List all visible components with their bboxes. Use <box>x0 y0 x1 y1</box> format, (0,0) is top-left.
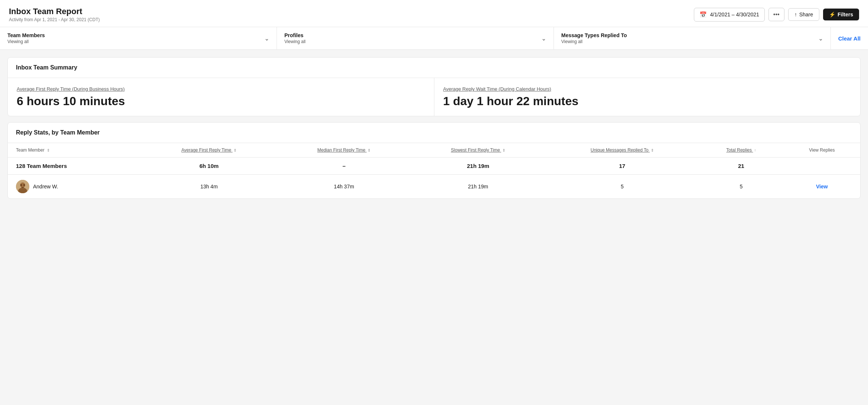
main-content: Inbox Team Summary Average First Reply T… <box>0 50 868 212</box>
more-options-button[interactable]: ••• <box>769 8 784 21</box>
table-body: 128 Team Members 6h 10m – 21h 19m 17 21 <box>8 158 860 199</box>
table-header: Team Member ⇕ Average First Reply Time ⇕… <box>8 143 860 158</box>
calendar-icon: 📅 <box>699 11 707 18</box>
summary-title: Inbox Team Summary <box>16 64 852 71</box>
col-median-first-reply[interactable]: Median First Reply Time ⇕ <box>277 143 410 158</box>
metric-avg-wait-time-value: 1 day 1 hour 22 minutes <box>443 95 852 108</box>
share-icon: ↑ <box>794 12 797 17</box>
member-view-cell: View <box>784 175 860 199</box>
profiles-filter[interactable]: Profiles Viewing all ⌄ <box>277 27 554 49</box>
clear-all-section: Clear All <box>831 27 868 49</box>
member-total-replies: 5 <box>699 175 784 199</box>
col-avg-first-reply-label: Average First Reply Time <box>182 148 232 153</box>
profiles-filter-text: Profiles Viewing all <box>284 32 306 44</box>
metric-avg-first-reply-label: Average First Reply Time (During Busines… <box>17 86 425 92</box>
team-members-sub: Viewing all <box>7 39 45 44</box>
team-members-filter[interactable]: Team Members Viewing all ⌄ <box>0 27 277 49</box>
col-slowest-first-reply-sort-icon: ⇕ <box>502 148 505 152</box>
total-name: 128 Team Members <box>8 158 141 175</box>
metric-avg-first-reply: Average First Reply Time (During Busines… <box>8 78 434 116</box>
view-replies-link[interactable]: View <box>816 184 828 189</box>
svg-point-4 <box>23 184 25 186</box>
profiles-label: Profiles <box>284 32 306 38</box>
filters-icon: ⚡ <box>829 12 835 17</box>
avatar <box>16 180 29 193</box>
reply-stats-table: Team Member ⇕ Average First Reply Time ⇕… <box>8 143 860 198</box>
table-row: Andrew W. 13h 4m 14h 37m 21h 19m 5 5 Vie… <box>8 175 860 199</box>
message-types-chevron-icon: ⌄ <box>818 35 823 42</box>
team-members-chevron-icon: ⌄ <box>264 35 269 42</box>
col-view-replies-label: View Replies <box>809 148 835 153</box>
summary-card: Inbox Team Summary Average First Reply T… <box>7 57 861 116</box>
total-total-replies: 21 <box>699 158 784 175</box>
col-slowest-first-reply-label: Slowest First Reply Time <box>451 148 500 153</box>
profiles-sub: Viewing all <box>284 39 306 44</box>
member-avg-first-reply: 13h 4m <box>141 175 278 199</box>
col-median-first-reply-label: Median First Reply Time <box>317 148 365 153</box>
col-unique-messages-sort-icon: ⇕ <box>651 148 654 152</box>
reply-stats-title: Reply Stats, by Team Member <box>16 129 852 136</box>
share-button[interactable]: ↑ Share <box>788 8 819 21</box>
col-team-member[interactable]: Team Member ⇕ <box>8 143 141 158</box>
header-left: Inbox Team Report Activity from Apr 1, 2… <box>9 7 100 22</box>
team-member-cell: Andrew W. <box>16 180 135 193</box>
member-median-first-reply: 14h 37m <box>277 175 410 199</box>
col-total-replies-sort-icon: ↑ <box>754 148 756 152</box>
filter-bar: Team Members Viewing all ⌄ Profiles View… <box>0 27 868 50</box>
profiles-chevron-icon: ⌄ <box>541 35 546 42</box>
message-types-filter-text: Message Types Replied To Viewing all <box>561 32 627 44</box>
clear-all-button[interactable]: Clear All <box>838 35 861 42</box>
message-types-filter[interactable]: Message Types Replied To Viewing all ⌄ <box>554 27 831 49</box>
col-team-member-sort-icon: ⇕ <box>47 148 50 152</box>
total-median-first-reply: – <box>277 158 410 175</box>
col-total-replies-label: Total Replies <box>726 148 752 153</box>
avatar-image <box>16 180 29 193</box>
total-unique-messages: 17 <box>546 158 699 175</box>
page-header: Inbox Team Report Activity from Apr 1, 2… <box>0 0 868 27</box>
svg-point-3 <box>20 184 22 186</box>
table-row-total: 128 Team Members 6h 10m – 21h 19m 17 21 <box>8 158 860 175</box>
metric-avg-wait-time: Average Reply Wait Time (During Calendar… <box>434 78 861 116</box>
metric-avg-first-reply-value: 6 hours 10 minutes <box>17 95 425 108</box>
summary-card-header: Inbox Team Summary <box>8 58 860 78</box>
member-name-cell: Andrew W. <box>8 175 141 199</box>
total-view <box>784 158 860 175</box>
col-total-replies[interactable]: Total Replies ↑ <box>699 143 784 158</box>
message-types-label: Message Types Replied To <box>561 32 627 38</box>
message-types-sub: Viewing all <box>561 39 627 44</box>
total-avg-first-reply: 6h 10m <box>141 158 278 175</box>
filters-label: Filters <box>838 12 853 17</box>
col-team-member-label: Team Member <box>16 148 45 153</box>
date-range-label: 4/1/2021 – 4/30/2021 <box>710 12 759 17</box>
col-avg-first-reply[interactable]: Average First Reply Time ⇕ <box>141 143 278 158</box>
team-members-filter-text: Team Members Viewing all <box>7 32 45 44</box>
page-subtitle: Activity from Apr 1, 2021 - Apr 30, 2021… <box>9 17 100 22</box>
more-icon: ••• <box>773 11 780 18</box>
reply-stats-card: Reply Stats, by Team Member Team Member … <box>7 122 861 199</box>
member-unique-messages: 5 <box>546 175 699 199</box>
col-unique-messages-label: Unique Messages Replied To <box>591 148 649 153</box>
summary-metrics: Average First Reply Time (During Busines… <box>8 78 860 116</box>
col-unique-messages[interactable]: Unique Messages Replied To ⇕ <box>546 143 699 158</box>
page-title: Inbox Team Report <box>9 7 100 16</box>
member-name: Andrew W. <box>33 184 58 189</box>
filters-button[interactable]: ⚡ Filters <box>823 9 859 20</box>
col-view-replies: View Replies <box>784 143 860 158</box>
col-slowest-first-reply[interactable]: Slowest First Reply Time ⇕ <box>411 143 546 158</box>
header-right: 📅 4/1/2021 – 4/30/2021 ••• ↑ Share ⚡ Fil… <box>694 8 859 22</box>
share-label: Share <box>799 12 813 17</box>
reply-stats-table-container: Team Member ⇕ Average First Reply Time ⇕… <box>8 143 860 198</box>
reply-stats-header: Reply Stats, by Team Member <box>8 123 860 143</box>
team-members-label: Team Members <box>7 32 45 38</box>
col-median-first-reply-sort-icon: ⇕ <box>368 148 371 152</box>
col-avg-first-reply-sort-icon: ⇕ <box>234 148 236 152</box>
date-range-button[interactable]: 📅 4/1/2021 – 4/30/2021 <box>694 8 764 22</box>
member-slowest-first-reply: 21h 19m <box>411 175 546 199</box>
metric-avg-wait-time-label: Average Reply Wait Time (During Calendar… <box>443 86 852 92</box>
total-slowest-first-reply: 21h 19m <box>411 158 546 175</box>
table-header-row: Team Member ⇕ Average First Reply Time ⇕… <box>8 143 860 158</box>
